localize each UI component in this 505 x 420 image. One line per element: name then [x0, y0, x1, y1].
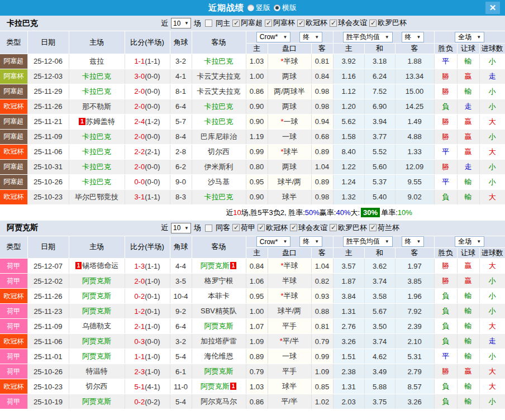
layout-radio-horizontal[interactable]: 横版: [274, 3, 297, 13]
league-filter-checkbox[interactable]: 欧罗巴杯: [367, 18, 407, 28]
col-result: 胜负: [434, 248, 457, 259]
corner-cell: 5-4: [170, 394, 192, 409]
league-filter-checkbox[interactable]: 球会友谊: [327, 18, 367, 28]
league-filter-label: 欧冠杯: [266, 223, 288, 233]
league-filter-checkbox[interactable]: 阿塞杯: [263, 18, 295, 28]
league-filter-checkbox[interactable]: 球会友谊: [288, 223, 327, 233]
avg-source-select[interactable]: 胜平负均值▼: [343, 236, 393, 247]
avg-final-select[interactable]: 终▼: [402, 236, 425, 247]
checkbox-checked-icon[interactable]: [330, 224, 337, 231]
league-filter-checkbox[interactable]: 荷兰杯: [367, 223, 399, 233]
checkbox-checked-icon[interactable]: [258, 224, 265, 231]
fulltime-score: 3-0: [134, 72, 145, 80]
avg-group-header: 胜平负均值▼ 终▼: [333, 236, 434, 248]
avg-draw-cell: 3.62: [364, 259, 395, 274]
date-cell: 25-11-21: [27, 114, 69, 129]
home-team-name: 阿贾克斯: [82, 292, 111, 300]
odds-final-select[interactable]: 终▼: [299, 32, 322, 42]
checkbox-checked-icon[interactable]: [232, 20, 240, 27]
handicap-cell: 平手: [268, 319, 311, 334]
full-match-select[interactable]: 全场▼: [455, 32, 484, 42]
league-filter-checkbox[interactable]: 阿塞超: [230, 18, 263, 28]
match-row: 阿塞超25-12-06兹拉1-1(1-1)3-2卡拉巴克1.03*半球0.813…: [0, 54, 505, 69]
away-team-cell: 本菲卡: [192, 289, 246, 304]
avg-group-header: 胜平负均值▼ 终▼: [333, 31, 434, 43]
checkbox-checked-icon[interactable]: [330, 20, 337, 27]
home-team-cell: 兹拉: [69, 54, 125, 69]
odds-away-cell: 0.82: [311, 274, 333, 289]
halftime-score: (1-1): [145, 193, 160, 201]
avg-away-cell: 2.10: [395, 334, 434, 349]
date-cell: 25-10-19: [27, 394, 69, 409]
close-icon[interactable]: ✕: [485, 2, 500, 14]
date-cell: 25-11-29: [27, 84, 69, 99]
fulltime-score: 0-0: [134, 178, 145, 186]
handicap-result-cell: 贏: [457, 259, 479, 274]
away-team-cell: 阿贾克斯: [192, 364, 246, 379]
odds-home-cell: 0.90: [246, 99, 268, 114]
date-cell: 25-11-26: [27, 289, 69, 304]
corner-cell: 3-5: [170, 274, 192, 289]
odds-source-select[interactable]: Crow*▼: [256, 236, 291, 247]
avg-home-cell: 3.84: [333, 289, 364, 304]
avg-final-select[interactable]: 终▼: [402, 32, 425, 42]
handicap-result-cell: 走: [457, 159, 479, 174]
avg-home-cell: 2.03: [333, 394, 364, 409]
result-cell: 平: [434, 349, 457, 364]
fulltime-score: 1-1: [134, 57, 145, 65]
checkbox-checked-icon[interactable]: [265, 20, 272, 27]
league-cell: 阿塞超: [0, 54, 27, 69]
score-cell: 1-1(1-0): [125, 349, 170, 364]
same-venue-checkbox[interactable]: 同主: [201, 18, 230, 28]
games-count-select[interactable]: 10 ▼: [171, 223, 191, 233]
league-cell: 阿塞超: [0, 84, 27, 99]
away-team-name: 阿贾克斯: [204, 367, 234, 375]
away-team-cell: 卡拉巴克: [192, 54, 246, 69]
avg-draw-cell: 7.52: [364, 84, 395, 99]
handicap-name: 球半: [284, 147, 298, 156]
away-team-name: 格罗宁根: [204, 276, 234, 285]
league-filter-checkbox[interactable]: 荷甲: [230, 223, 255, 233]
league-filter-checkbox[interactable]: 欧冠杯: [295, 18, 327, 28]
home-team-cell: 切尔西: [69, 379, 125, 394]
odds-home-cell: 1.03: [246, 379, 268, 394]
fulltime-score: 2-4: [134, 117, 145, 126]
radio-vertical-icon[interactable]: [247, 4, 254, 11]
handicap-cell: 两球: [268, 69, 311, 84]
odds-source-select[interactable]: Crow*▼: [256, 32, 291, 42]
checkbox-icon[interactable]: [205, 20, 212, 27]
odds-home-cell: 1.09: [246, 334, 268, 349]
league-cell: 荷甲: [0, 364, 27, 379]
league-cell: 欧冠杯: [0, 334, 27, 349]
checkbox-checked-icon[interactable]: [290, 224, 297, 231]
avg-source-select[interactable]: 胜平负均值▼: [343, 32, 393, 42]
full-match-select[interactable]: 全场▼: [455, 236, 484, 247]
league-filter-checkbox[interactable]: 欧罗巴杯: [327, 223, 367, 233]
away-team-cell: 切尔西: [192, 144, 246, 159]
result-cell: 負: [434, 189, 457, 204]
corner-cell: 9-0: [170, 174, 192, 189]
checkbox-checked-icon[interactable]: [297, 20, 304, 27]
odds-home-cell: 1.06: [246, 274, 268, 289]
checkbox-icon[interactable]: [205, 225, 212, 232]
odds-final-select[interactable]: 终▼: [299, 236, 322, 247]
radio-horizontal-icon[interactable]: [274, 4, 280, 11]
away-team-name: 卡拉巴克: [204, 102, 234, 111]
avg-home-cell: 8.40: [333, 144, 364, 159]
odds-home-cell: 0.79: [246, 364, 268, 379]
league-filter-label: 欧罗巴杯: [338, 223, 367, 233]
matches-table: 类型 日期 主场 比分(半场) 角球 客场 Crow*▼ 终▼ 胜平负均值▼ 终…: [0, 236, 505, 410]
avg-away-cell: 8.57: [395, 379, 434, 394]
goals-cell: 走: [479, 69, 505, 84]
layout-radio-vertical[interactable]: 竖版: [247, 3, 270, 13]
same-venue-checkbox[interactable]: 同客: [201, 223, 230, 233]
goals-cell: 小: [479, 394, 505, 409]
games-count-select[interactable]: 10 ▼: [171, 18, 191, 28]
checkbox-checked-icon[interactable]: [369, 224, 377, 231]
away-team-name: 巴库尼菲治: [201, 132, 237, 141]
avg-draw-cell: 6.24: [364, 69, 395, 84]
checkbox-checked-icon[interactable]: [232, 224, 240, 231]
checkbox-checked-icon[interactable]: [369, 20, 377, 27]
col-away: 客场: [192, 31, 246, 54]
league-filter-checkbox[interactable]: 欧冠杯: [255, 223, 288, 233]
